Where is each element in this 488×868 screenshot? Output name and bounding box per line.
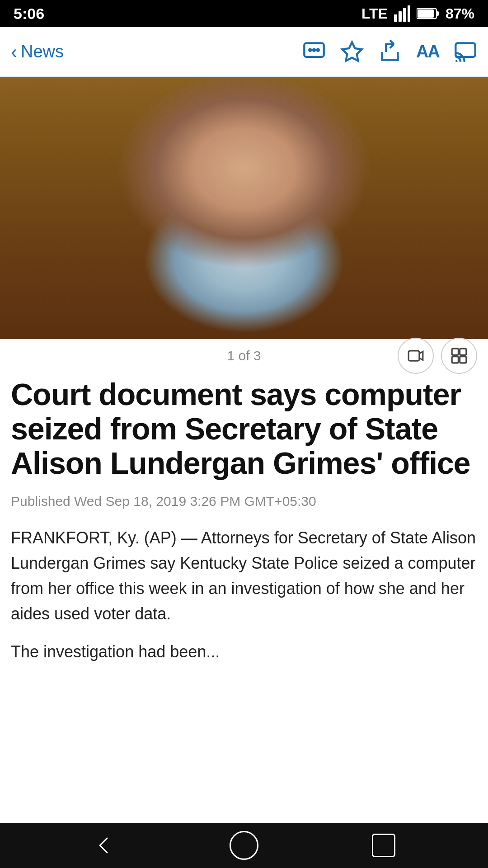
article-published: Published Wed Sep 18, 2019 3:26 PM GMT+0… bbox=[11, 494, 477, 509]
video-button[interactable] bbox=[398, 338, 434, 374]
svg-rect-17 bbox=[460, 357, 466, 363]
article-headline: Court document says computer seized from… bbox=[11, 377, 477, 480]
back-arrow-icon bbox=[93, 834, 116, 857]
status-bar-right: LTE 87% bbox=[361, 5, 474, 22]
lte-label: LTE bbox=[361, 5, 388, 22]
chevron-left-icon: ‹ bbox=[11, 42, 17, 61]
svg-point-8 bbox=[309, 49, 311, 51]
bookmark-button[interactable] bbox=[340, 40, 364, 64]
svg-marker-11 bbox=[342, 42, 361, 61]
image-controls: 1 of 3 bbox=[0, 339, 488, 373]
svg-point-10 bbox=[317, 49, 319, 51]
battery-percent: 87% bbox=[446, 5, 474, 22]
svg-rect-0 bbox=[394, 14, 397, 22]
svg-rect-12 bbox=[455, 43, 475, 57]
video-icon bbox=[407, 347, 424, 364]
share-icon bbox=[378, 40, 402, 64]
media-buttons bbox=[398, 338, 477, 374]
gallery-icon bbox=[450, 347, 468, 364]
cast-button[interactable] bbox=[454, 40, 477, 64]
status-time: 5:06 bbox=[14, 5, 44, 23]
comment-button[interactable] bbox=[302, 40, 326, 64]
android-home-button[interactable] bbox=[230, 831, 258, 860]
svg-rect-2 bbox=[403, 8, 406, 22]
article-hero-image bbox=[0, 77, 488, 339]
nav-bar: ‹ News AA bbox=[0, 27, 488, 77]
nav-actions: AA bbox=[302, 40, 477, 64]
recents-square-icon bbox=[372, 834, 395, 857]
svg-point-9 bbox=[313, 49, 315, 51]
svg-rect-15 bbox=[460, 349, 466, 355]
svg-rect-16 bbox=[452, 357, 458, 363]
signal-icon bbox=[394, 5, 410, 22]
article-body: FRANKFORT, Ky. (AP) — Attorneys for Secr… bbox=[11, 525, 477, 626]
svg-rect-6 bbox=[418, 9, 434, 18]
back-button[interactable]: ‹ News bbox=[11, 42, 64, 61]
star-icon bbox=[340, 40, 364, 64]
svg-rect-14 bbox=[452, 349, 458, 355]
text-size-label: AA bbox=[416, 42, 439, 61]
android-back-button[interactable] bbox=[93, 834, 116, 857]
hero-figure bbox=[0, 77, 488, 339]
back-label: News bbox=[21, 42, 64, 61]
gallery-button[interactable] bbox=[441, 338, 477, 374]
share-button[interactable] bbox=[378, 40, 402, 64]
svg-rect-3 bbox=[408, 5, 410, 22]
article-teaser-text: The investigation had been... bbox=[11, 642, 220, 661]
comment-icon bbox=[302, 40, 326, 64]
text-size-button[interactable]: AA bbox=[416, 42, 439, 61]
bottom-nav bbox=[0, 823, 488, 868]
article-teaser: The investigation had been... bbox=[11, 639, 477, 665]
android-recents-button[interactable] bbox=[372, 834, 395, 857]
svg-rect-5 bbox=[436, 11, 439, 16]
svg-rect-13 bbox=[408, 351, 419, 361]
cast-icon bbox=[454, 40, 477, 64]
article-content: Court document says computer seized from… bbox=[0, 373, 488, 682]
battery-icon bbox=[417, 7, 439, 20]
home-circle-icon bbox=[230, 831, 258, 860]
status-bar: 5:06 LTE 87% bbox=[0, 0, 488, 27]
article-paragraph-1: FRANKFORT, Ky. (AP) — Attorneys for Secr… bbox=[11, 525, 477, 626]
svg-rect-1 bbox=[399, 11, 402, 22]
